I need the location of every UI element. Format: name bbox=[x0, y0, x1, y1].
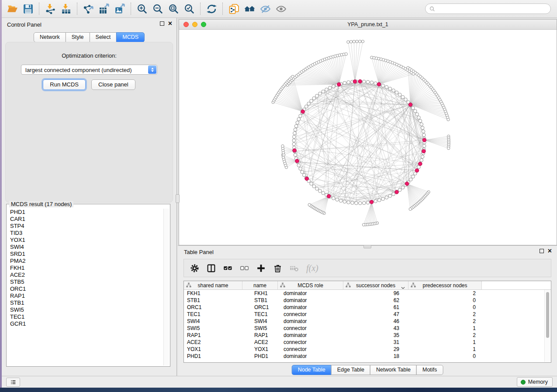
network-node[interactable] bbox=[343, 200, 346, 203]
network-node[interactable] bbox=[374, 199, 377, 203]
mcds-hub-node[interactable] bbox=[353, 80, 357, 84]
table-scrollbar[interactable] bbox=[544, 290, 551, 362]
mcds-result-item[interactable]: PHD1 bbox=[10, 209, 163, 216]
network-search-box[interactable] bbox=[425, 3, 551, 14]
network-node[interactable] bbox=[322, 90, 325, 93]
mcds-hub-node[interactable] bbox=[408, 103, 412, 107]
network-node[interactable] bbox=[355, 202, 358, 205]
search-input[interactable] bbox=[438, 5, 550, 12]
column-header-predecessor-nodes[interactable]: predecessor nodes bbox=[408, 281, 482, 289]
network-node[interactable] bbox=[415, 113, 419, 116]
network-node[interactable] bbox=[349, 40, 352, 43]
table-scrollbar-thumb[interactable] bbox=[546, 292, 549, 338]
tab-motifs[interactable]: Motifs bbox=[416, 365, 443, 375]
network-node[interactable] bbox=[347, 201, 350, 204]
network-node[interactable] bbox=[409, 208, 412, 210]
mcds-result-item[interactable]: SWI4 bbox=[10, 244, 163, 251]
optimization-criterion-dropdown[interactable]: largest connected component (undirected) bbox=[21, 65, 157, 75]
toolbar-button-import-network[interactable] bbox=[42, 2, 58, 15]
network-node[interactable] bbox=[294, 124, 298, 128]
mcds-hub-node[interactable] bbox=[419, 162, 422, 166]
maximize-window-icon[interactable] bbox=[201, 22, 206, 27]
tab-network[interactable]: Network bbox=[34, 32, 66, 42]
network-node[interactable] bbox=[447, 118, 450, 121]
network-node[interactable] bbox=[447, 147, 450, 149]
close-panel-icon[interactable] bbox=[548, 249, 552, 253]
network-node[interactable] bbox=[409, 178, 413, 181]
mcds-hub-node[interactable] bbox=[337, 83, 341, 86]
mcds-result-item[interactable]: FKH1 bbox=[10, 265, 163, 272]
float-panel-icon[interactable] bbox=[540, 249, 544, 253]
network-node[interactable] bbox=[315, 187, 319, 191]
table-row[interactable]: ACE2ACE2connector311 bbox=[184, 339, 551, 346]
network-node[interactable] bbox=[302, 173, 306, 177]
table-row[interactable]: FKH1FKH1dominator962 bbox=[184, 290, 551, 297]
network-node[interactable] bbox=[345, 53, 347, 55]
network-node[interactable] bbox=[292, 139, 296, 142]
float-panel-icon[interactable] bbox=[160, 21, 164, 26]
mcds-result-item[interactable]: YOX1 bbox=[10, 237, 163, 244]
network-node[interactable] bbox=[420, 123, 423, 126]
network-node[interactable] bbox=[401, 186, 405, 189]
network-node[interactable] bbox=[381, 84, 385, 87]
toolbar-button-export-image[interactable] bbox=[112, 2, 128, 15]
network-node[interactable] bbox=[294, 153, 297, 157]
tab-node-table[interactable]: Node Table bbox=[292, 365, 332, 375]
network-node[interactable] bbox=[347, 41, 349, 43]
mcds-result-scrollbar[interactable] bbox=[163, 209, 169, 365]
network-node[interactable] bbox=[307, 102, 311, 106]
run-mcds-button[interactable]: Run MCDS bbox=[43, 79, 86, 90]
minimize-window-icon[interactable] bbox=[192, 22, 197, 27]
network-node[interactable] bbox=[374, 82, 377, 85]
network-graph[interactable] bbox=[179, 30, 557, 245]
network-node[interactable] bbox=[318, 92, 322, 96]
network-node[interactable] bbox=[332, 196, 336, 200]
network-node[interactable] bbox=[417, 116, 421, 119]
network-node[interactable] bbox=[378, 199, 381, 202]
table-row[interactable]: TEC1TEC1connector472 bbox=[184, 311, 551, 318]
network-list-button[interactable] bbox=[6, 378, 20, 387]
column-header-successor-nodes[interactable]: successor nodes bbox=[343, 281, 408, 289]
table-toolbar-button-select-all[interactable] bbox=[223, 264, 232, 273]
mcds-hub-node[interactable] bbox=[301, 110, 305, 113]
network-node[interactable] bbox=[421, 155, 424, 158]
toolbar-button-first-neighbors[interactable] bbox=[242, 2, 257, 15]
column-header-name[interactable]: name bbox=[242, 281, 278, 289]
network-node[interactable] bbox=[312, 185, 316, 188]
network-node[interactable] bbox=[422, 134, 426, 137]
column-header-shared-name[interactable]: shared name bbox=[184, 281, 242, 289]
table-toolbar-button-deselect-all[interactable] bbox=[240, 264, 249, 273]
network-node[interactable] bbox=[398, 93, 401, 96]
table-toolbar-button-delete-row[interactable] bbox=[273, 264, 282, 273]
mcds-result-item[interactable]: TID3 bbox=[10, 230, 163, 237]
table-row[interactable]: ORC1ORC1dominator610 bbox=[184, 304, 551, 311]
mcds-result-item[interactable]: STB1 bbox=[10, 299, 163, 306]
toolbar-button-export-network[interactable] bbox=[80, 2, 96, 15]
toolbar-button-refresh[interactable] bbox=[204, 2, 219, 15]
table-toolbar-button-show-columns[interactable] bbox=[207, 264, 216, 273]
network-node[interactable] bbox=[359, 40, 361, 43]
network-node[interactable] bbox=[381, 197, 385, 201]
network-node[interactable] bbox=[351, 201, 354, 205]
network-node[interactable] bbox=[297, 164, 301, 167]
network-node[interactable] bbox=[392, 89, 395, 93]
network-node[interactable] bbox=[301, 170, 304, 174]
network-node[interactable] bbox=[419, 119, 422, 123]
toolbar-button-open-file[interactable] bbox=[4, 2, 20, 15]
table-row[interactable]: YOX1YOX1connector291 bbox=[184, 346, 551, 353]
network-node[interactable] bbox=[370, 81, 374, 84]
table-toolbar-button-settings-gear[interactable] bbox=[190, 264, 199, 273]
mcds-hub-node[interactable] bbox=[358, 79, 362, 83]
network-node[interactable] bbox=[292, 135, 296, 139]
tab-edge-table[interactable]: Edge Table bbox=[331, 365, 370, 375]
tab-mcds[interactable]: MCDS bbox=[116, 32, 145, 42]
toolbar-button-export-table[interactable] bbox=[96, 2, 112, 15]
mcds-result-item[interactable]: ORC1 bbox=[10, 285, 163, 292]
network-node[interactable] bbox=[422, 130, 425, 133]
network-node[interactable] bbox=[343, 81, 346, 85]
network-node[interactable] bbox=[299, 167, 302, 171]
close-panel-icon[interactable] bbox=[168, 21, 172, 26]
network-node[interactable] bbox=[362, 80, 366, 83]
network-node[interactable] bbox=[347, 81, 350, 84]
toolbar-button-show-all[interactable] bbox=[273, 2, 289, 15]
